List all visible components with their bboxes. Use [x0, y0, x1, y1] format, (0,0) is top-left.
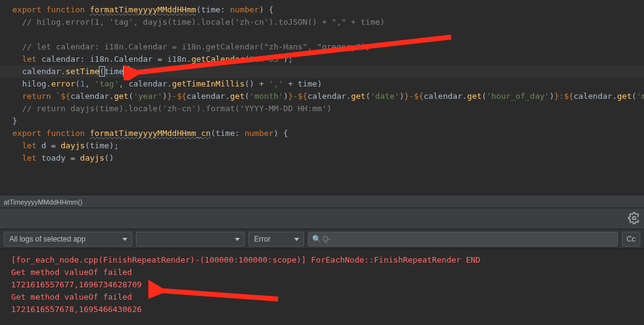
- breadcrumb-bar[interactable]: atTimeyyyyMMddHHmm(): [0, 195, 644, 208]
- log-level-dropdown[interactable]: Error: [248, 232, 304, 247]
- code-line[interactable]: // return dayjs(time).locale('zh-cn').fo…: [0, 103, 644, 115]
- code-line[interactable]: [0, 28, 644, 41]
- log-device-dropdown[interactable]: [136, 232, 245, 247]
- code-line[interactable]: export function formatTimeyyyyMMddHHmm_c…: [0, 127, 644, 140]
- log-level-label: Error: [254, 235, 271, 243]
- code-line[interactable]: // hilog.error(1, 'tag', dayjs(time).loc…: [0, 16, 644, 28]
- code-line[interactable]: let calendar: i18n.Calendar = i18n.getCa…: [0, 53, 644, 65]
- log-line[interactable]: Get method valueOf failed: [11, 266, 644, 279]
- log-filter-bar: All logs of selected app Error 🔍 Q- Cc: [0, 229, 644, 249]
- svg-point-0: [633, 217, 636, 220]
- code-line[interactable]: export function formatTimeyyyyMMddHHmm(t…: [0, 4, 644, 16]
- match-case-toggle[interactable]: Cc: [622, 232, 640, 247]
- search-icon: 🔍: [312, 235, 321, 243]
- log-search-input[interactable]: 🔍 Q-: [308, 232, 618, 247]
- code-editor[interactable]: export function formatTimeyyyyMMddHHmm(t…: [0, 0, 644, 195]
- log-line[interactable]: 1721616557678,1695466430626: [11, 303, 644, 316]
- log-line[interactable]: 1721616557677,1696734628709: [11, 279, 644, 291]
- code-line[interactable]: calendar.setTime(time): [0, 65, 644, 78]
- log-scope-label: All logs of selected app: [9, 235, 85, 243]
- breadcrumb-text: atTimeyyyyMMddHHmm(): [4, 198, 82, 206]
- code-line[interactable]: }: [0, 115, 644, 127]
- code-line[interactable]: hilog.error(1, 'tag', calendar.getTimeIn…: [0, 78, 644, 90]
- log-search-placeholder: Q-: [323, 235, 331, 243]
- code-line[interactable]: let toady = dayjs(): [0, 152, 644, 164]
- log-output[interactable]: [for_each_node.cpp(FinishRepeatRender)-(…: [0, 249, 644, 316]
- code-line[interactable]: return `${calendar.get('year')}-${calend…: [0, 90, 644, 103]
- code-line[interactable]: // let calendar: i18n.Calendar = i18n.ge…: [0, 41, 644, 53]
- log-line[interactable]: Get method valueOf failed: [11, 291, 644, 303]
- code-line[interactable]: let d = dayjs(time);: [0, 140, 644, 152]
- gear-icon[interactable]: [628, 212, 640, 224]
- log-scope-dropdown[interactable]: All logs of selected app: [4, 232, 132, 247]
- log-line[interactable]: [for_each_node.cpp(FinishRepeatRender)-(…: [11, 254, 644, 266]
- log-panel-toolbar: [0, 208, 644, 229]
